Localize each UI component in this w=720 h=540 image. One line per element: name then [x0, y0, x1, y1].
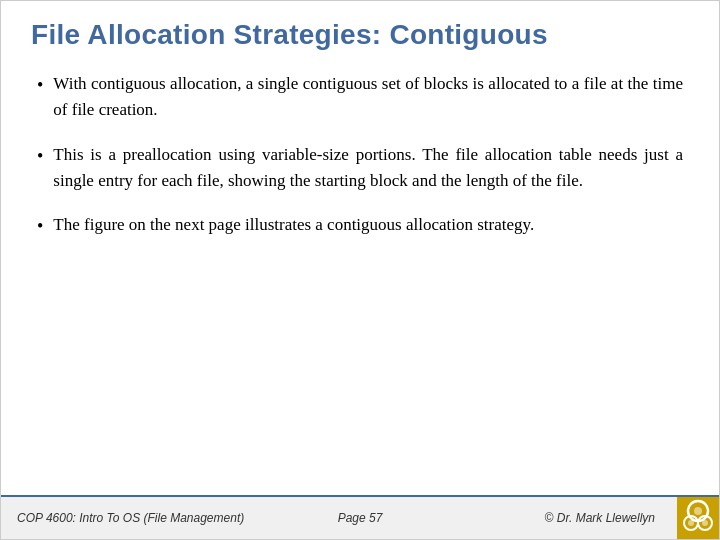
bullet-item-3: • The figure on the next page illustrate…: [37, 212, 683, 240]
footer-center-text: Page 57: [338, 511, 383, 525]
bullet-text-2: This is a preallocation using variable-s…: [53, 142, 683, 195]
svg-rect-0: [677, 497, 719, 539]
slide-header: File Allocation Strategies: Contiguous: [1, 1, 719, 61]
bullet-dot-1: •: [37, 72, 43, 99]
bullet-text-1: With contiguous allocation, a single con…: [53, 71, 683, 124]
bullet-item-1: • With contiguous allocation, a single c…: [37, 71, 683, 124]
footer-left-text: COP 4600: Intro To OS (File Management): [17, 511, 244, 525]
bullet-dot-3: •: [37, 213, 43, 240]
bullet-text-3: The figure on the next page illustrates …: [53, 212, 683, 238]
svg-point-6: [702, 520, 708, 526]
slide: File Allocation Strategies: Contiguous •…: [0, 0, 720, 540]
slide-title: File Allocation Strategies: Contiguous: [31, 19, 689, 51]
svg-point-5: [688, 520, 694, 526]
footer-logo: [677, 497, 719, 539]
slide-content: • With contiguous allocation, a single c…: [1, 61, 719, 495]
bullet-item-2: • This is a preallocation using variable…: [37, 142, 683, 195]
slide-footer: COP 4600: Intro To OS (File Management) …: [1, 495, 719, 539]
footer-right-text: © Dr. Mark Llewellyn: [545, 511, 655, 525]
bullet-dot-2: •: [37, 143, 43, 170]
svg-point-4: [694, 507, 702, 515]
